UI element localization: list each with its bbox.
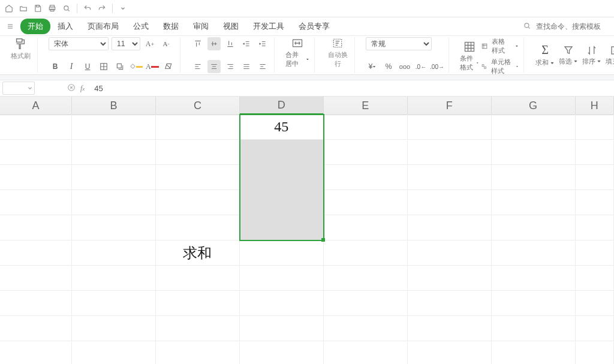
cancel-entry-icon[interactable] bbox=[67, 83, 77, 93]
cell[interactable] bbox=[492, 266, 576, 291]
conditional-format-button[interactable]: 条件格式 bbox=[460, 41, 478, 72]
comma-icon[interactable]: ooo bbox=[398, 60, 411, 73]
cell[interactable] bbox=[0, 115, 72, 140]
cell[interactable] bbox=[156, 165, 240, 190]
underline-button[interactable]: U bbox=[81, 60, 94, 73]
cell[interactable] bbox=[0, 341, 72, 364]
merge-center-button[interactable]: 合并居中 bbox=[285, 37, 309, 68]
cell[interactable] bbox=[240, 341, 324, 364]
cell[interactable] bbox=[324, 266, 408, 291]
cell[interactable] bbox=[72, 215, 156, 240]
cell[interactable] bbox=[0, 266, 72, 291]
cell[interactable] bbox=[492, 316, 576, 341]
spreadsheet-grid[interactable]: ABCDEFGH 4567242378求和 bbox=[0, 97, 614, 364]
cell[interactable] bbox=[324, 316, 408, 341]
cell[interactable] bbox=[408, 341, 492, 364]
cell[interactable] bbox=[324, 240, 408, 266]
cell[interactable] bbox=[492, 140, 576, 165]
cell[interactable] bbox=[156, 140, 240, 165]
preview-icon[interactable] bbox=[61, 3, 72, 14]
italic-button[interactable]: I bbox=[65, 60, 78, 73]
cell[interactable] bbox=[324, 115, 408, 140]
cell[interactable] bbox=[0, 165, 72, 190]
cell[interactable] bbox=[408, 266, 492, 291]
decrease-font-icon[interactable]: A- bbox=[159, 37, 173, 50]
align-middle-icon[interactable] bbox=[207, 37, 221, 50]
table-style-button[interactable]: 表格样式 bbox=[481, 37, 519, 55]
cell[interactable] bbox=[408, 240, 492, 266]
tab-插入[interactable]: 插入 bbox=[50, 19, 80, 34]
column-header-H[interactable]: H bbox=[576, 97, 615, 115]
distribute-icon[interactable] bbox=[240, 60, 253, 73]
column-header-E[interactable]: E bbox=[324, 97, 408, 115]
tab-开发工具[interactable]: 开发工具 bbox=[246, 19, 291, 34]
cell-style-dropdown-icon[interactable] bbox=[113, 60, 127, 73]
cell[interactable] bbox=[324, 165, 408, 190]
cell[interactable] bbox=[156, 190, 240, 215]
cell[interactable] bbox=[408, 140, 492, 165]
cell[interactable] bbox=[0, 240, 72, 266]
increase-indent-icon[interactable] bbox=[256, 37, 269, 50]
cell[interactable] bbox=[156, 266, 240, 291]
cell[interactable] bbox=[576, 165, 615, 190]
cell[interactable] bbox=[576, 115, 615, 140]
fill-color-button[interactable] bbox=[130, 60, 143, 73]
fx-icon[interactable]: fx bbox=[80, 84, 85, 93]
cell[interactable] bbox=[576, 266, 615, 291]
column-header-C[interactable]: C bbox=[156, 97, 240, 115]
cell[interactable] bbox=[0, 291, 72, 316]
cell[interactable] bbox=[156, 316, 240, 341]
save-icon[interactable] bbox=[32, 3, 43, 14]
font-name-select[interactable]: 宋体 bbox=[49, 37, 109, 50]
tab-审阅[interactable]: 审阅 bbox=[186, 19, 216, 34]
tab-开始[interactable]: 开始 bbox=[20, 19, 50, 34]
cell[interactable] bbox=[492, 190, 576, 215]
percent-icon[interactable]: % bbox=[382, 60, 395, 73]
cell[interactable] bbox=[240, 240, 324, 266]
search-box[interactable] bbox=[523, 22, 609, 32]
cell[interactable] bbox=[240, 266, 324, 291]
cell[interactable] bbox=[156, 115, 240, 140]
tab-公式[interactable]: 公式 bbox=[126, 19, 156, 34]
cell[interactable] bbox=[0, 190, 72, 215]
chevron-down-icon[interactable] bbox=[118, 3, 128, 14]
tab-视图[interactable]: 视图 bbox=[216, 19, 246, 34]
formula-value[interactable]: 45 bbox=[88, 84, 109, 93]
cell[interactable] bbox=[408, 291, 492, 316]
cell[interactable] bbox=[492, 165, 576, 190]
column-header-F[interactable]: F bbox=[408, 97, 492, 115]
increase-decimal-icon[interactable]: .0← bbox=[414, 60, 428, 73]
fill-button[interactable]: 填充 bbox=[605, 45, 614, 66]
wrap-text-button[interactable]: 自动换行 bbox=[326, 37, 350, 68]
cell[interactable] bbox=[72, 165, 156, 190]
cell[interactable] bbox=[408, 115, 492, 140]
cell[interactable] bbox=[324, 190, 408, 215]
file-menu-icon[interactable] bbox=[5, 21, 16, 32]
cell[interactable] bbox=[576, 190, 615, 215]
cell[interactable]: 求和 bbox=[156, 240, 240, 266]
cell[interactable] bbox=[72, 316, 156, 341]
cell[interactable] bbox=[156, 291, 240, 316]
orientation-icon[interactable] bbox=[256, 60, 269, 73]
cell[interactable] bbox=[240, 291, 324, 316]
column-header-D[interactable]: D bbox=[240, 97, 324, 115]
cell[interactable] bbox=[156, 215, 240, 240]
column-header-B[interactable]: B bbox=[72, 97, 156, 115]
cell[interactable] bbox=[72, 190, 156, 215]
bold-button[interactable]: B bbox=[49, 60, 62, 73]
align-center-icon[interactable] bbox=[207, 60, 221, 73]
search-input[interactable] bbox=[535, 22, 609, 31]
cell[interactable] bbox=[0, 316, 72, 341]
cell[interactable]: 24 bbox=[240, 165, 324, 190]
cell[interactable]: 23 bbox=[240, 190, 324, 215]
decrease-decimal-icon[interactable]: .00→ bbox=[431, 60, 444, 73]
cell[interactable] bbox=[576, 215, 615, 240]
cell[interactable] bbox=[324, 291, 408, 316]
undo-icon[interactable] bbox=[82, 3, 93, 14]
cell[interactable] bbox=[408, 165, 492, 190]
column-header-A[interactable]: A bbox=[0, 97, 72, 115]
name-box[interactable] bbox=[2, 82, 35, 95]
cell[interactable] bbox=[72, 140, 156, 165]
cell[interactable] bbox=[408, 316, 492, 341]
tab-页面布局[interactable]: 页面布局 bbox=[80, 19, 126, 34]
